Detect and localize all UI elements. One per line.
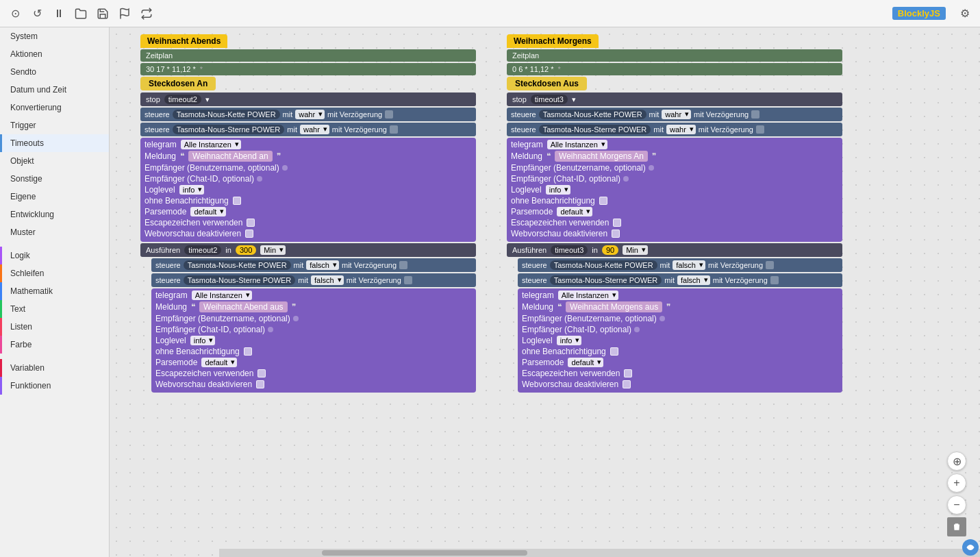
escape-checkbox-right[interactable] bbox=[613, 219, 621, 227]
alle-instanzen2-right[interactable]: Alle Instanzen bbox=[558, 290, 618, 300]
sidebar-item-logik[interactable]: Logik bbox=[0, 247, 109, 264]
sidebar-item-mathematik[interactable]: Mathematik bbox=[0, 282, 109, 300]
steuere2-right: steuere Tasmota-Nous-Sterne POWER mit wa… bbox=[507, 123, 842, 136]
sidebar-item-aktionen[interactable]: Aktionen bbox=[0, 45, 109, 63]
wahr-dropdown-r2[interactable]: wahr bbox=[666, 125, 696, 134]
alle-instanzen2-left[interactable]: Alle Instanzen bbox=[192, 290, 252, 300]
min-dropdown-right[interactable]: Min bbox=[623, 245, 648, 255]
escape2-checkbox-right[interactable] bbox=[624, 369, 632, 377]
log-dropdown-right[interactable]: info bbox=[546, 185, 571, 195]
sidebar-item-sendto[interactable]: Sendto bbox=[0, 63, 109, 81]
log-dropdown2-left[interactable]: info bbox=[190, 336, 216, 345]
alle-instanzen-right[interactable]: Alle Instanzen bbox=[547, 140, 607, 149]
sidebar-item-entwicklung[interactable]: Entwicklung bbox=[0, 206, 109, 223]
sidebar-item-text[interactable]: Text bbox=[0, 300, 109, 318]
toolbar: ⊙ ↺ ⏸ BlocklyJS ⚙ bbox=[0, 0, 980, 27]
ohne-checkbox-left[interactable] bbox=[233, 197, 241, 205]
open-icon[interactable] bbox=[73, 5, 89, 22]
sidebar-item-konvertierung[interactable]: Konvertierung bbox=[0, 99, 109, 116]
escape-checkbox-left[interactable] bbox=[247, 219, 255, 227]
steuere3-left: steuere Tasmota-Nous-Kette POWER mit fal… bbox=[151, 258, 476, 272]
sidebar: System Aktionen Sendto Datum und Zeit Ko… bbox=[0, 27, 110, 557]
telegram2-right: telegram Alle Instanzen Meldung ❝ Weihna… bbox=[518, 288, 842, 393]
block-group-right: Weihnacht Morgens Zeitplan 0 6 * 11,12 *… bbox=[507, 34, 842, 394]
webvorschau-checkbox-left[interactable] bbox=[245, 230, 253, 238]
falsch-dropdown-3[interactable]: falsch bbox=[306, 260, 339, 270]
telegram-left: telegram Alle Instanzen Meldung ❝ Weihna… bbox=[140, 138, 476, 242]
wahr-dropdown-2[interactable]: wahr bbox=[300, 125, 329, 134]
sidebar-item-objekt[interactable]: Objekt bbox=[0, 152, 109, 170]
pause-icon[interactable]: ⏸ bbox=[51, 5, 67, 22]
eye-button[interactable] bbox=[962, 539, 979, 556]
sidebar-item-trigger[interactable]: Trigger bbox=[0, 116, 109, 134]
zoom-focus-btn[interactable]: ⊕ bbox=[947, 451, 966, 471]
zeitplan-left: Zeitplan bbox=[140, 49, 476, 62]
zeitplan-right: Zeitplan bbox=[507, 49, 842, 62]
steuere4-right: steuere Tasmota-Nous-Sterne POWER mit fa… bbox=[518, 273, 842, 287]
steuere1-right: steuere Tasmota-Nous-Kette POWER mit wah… bbox=[507, 108, 842, 121]
steuere1-left: steuere Tasmota-Nous-Kette POWER mit wah… bbox=[140, 108, 476, 121]
ohne-checkbox-right[interactable] bbox=[599, 197, 607, 205]
ohne2-checkbox-left[interactable] bbox=[244, 347, 252, 356]
horizontal-scrollbar[interactable] bbox=[219, 549, 980, 557]
log-dropdown2-right[interactable]: info bbox=[557, 336, 582, 345]
title-right: Weihnacht Morgens bbox=[507, 34, 599, 48]
stop-left: stop timeout2 ▾ bbox=[140, 92, 476, 106]
escape2-checkbox-left[interactable] bbox=[257, 369, 266, 377]
inner-right: steuere Tasmota-Nous-Kette POWER mit fal… bbox=[518, 258, 842, 393]
title-left: Weihnacht Abends bbox=[140, 34, 227, 48]
min-dropdown-left[interactable]: Min bbox=[260, 245, 286, 255]
sidebar-item-farbe[interactable]: Farbe bbox=[0, 336, 109, 354]
webvorschau-checkbox-right[interactable] bbox=[612, 230, 620, 238]
stop-right: stop timeout3 ▾ bbox=[507, 92, 842, 106]
cron-left: 30 17 * 11,12 * * bbox=[140, 63, 476, 75]
webvorschau2-checkbox-right[interactable] bbox=[623, 380, 631, 388]
block-group-left: Weihnacht Abends Zeitplan 30 17 * 11,12 … bbox=[140, 34, 476, 394]
ohne2-checkbox-right[interactable] bbox=[610, 347, 618, 356]
save-icon[interactable] bbox=[95, 5, 111, 22]
telegram-right: telegram Alle Instanzen Meldung ❝ Weihna… bbox=[507, 138, 842, 242]
settings-icon[interactable]: ⚙ bbox=[957, 5, 973, 22]
sidebar-item-schleifen[interactable]: Schleifen bbox=[0, 264, 109, 282]
refresh-icon[interactable]: ↺ bbox=[29, 5, 45, 22]
delete-btn[interactable] bbox=[947, 517, 966, 536]
sidebar-item-sonstige[interactable]: Sonstige bbox=[0, 170, 109, 188]
sidebar-item-datum[interactable]: Datum und Zeit bbox=[0, 81, 109, 99]
ausfuehren-left: Ausführen timeout2 in 300 Min bbox=[140, 243, 476, 257]
flag-icon[interactable] bbox=[116, 5, 133, 22]
sidebar-item-system[interactable]: System bbox=[0, 27, 109, 45]
sidebar-item-eigene[interactable]: Eigene bbox=[0, 188, 109, 206]
parse2-dropdown-left[interactable]: default bbox=[201, 358, 237, 367]
wahr-dropdown-r1[interactable]: wahr bbox=[662, 110, 691, 119]
scrollbar-thumb[interactable] bbox=[322, 550, 527, 556]
webvorschau2-checkbox-left[interactable] bbox=[256, 380, 264, 388]
steckdosen-right: Steckdosen Aus bbox=[507, 77, 587, 90]
steckdosen-left: Steckdosen An bbox=[140, 77, 216, 90]
steuere3-right: steuere Tasmota-Nous-Kette POWER mit fal… bbox=[518, 258, 842, 272]
cron-right: 0 6 * 11,12 * * bbox=[507, 63, 842, 75]
transfer-icon[interactable] bbox=[138, 5, 155, 22]
sidebar-item-muster[interactable]: Muster bbox=[0, 223, 109, 241]
wahr-dropdown-1[interactable]: wahr bbox=[295, 110, 325, 119]
falsch-dropdown-r4[interactable]: falsch bbox=[677, 275, 710, 285]
sidebar-item-listen[interactable]: Listen bbox=[0, 318, 109, 336]
svg-point-1 bbox=[970, 547, 972, 549]
zoom-minus-btn[interactable]: − bbox=[947, 495, 966, 515]
parse2-dropdown-right[interactable]: default bbox=[568, 358, 603, 367]
zoom-plus-btn[interactable]: + bbox=[947, 473, 966, 493]
log-dropdown-left[interactable]: info bbox=[179, 185, 205, 195]
ausfuehren-right: Ausführen timeout3 in 90 Min bbox=[507, 243, 842, 257]
sidebar-item-funktionen[interactable]: Funktionen bbox=[0, 377, 109, 395]
parse-dropdown-right[interactable]: default bbox=[557, 207, 592, 216]
steuere2-left: steuere Tasmota-Nous-Sterne POWER mit wa… bbox=[140, 123, 476, 136]
falsch-dropdown-4[interactable]: falsch bbox=[311, 275, 344, 285]
sidebar-item-variablen[interactable]: Variablen bbox=[0, 359, 109, 377]
target-icon[interactable]: ⊙ bbox=[7, 5, 23, 22]
blocklyjs-badge: BlocklyJS bbox=[892, 7, 946, 20]
steuere4-left: steuere Tasmota-Nous-Sterne POWER mit fa… bbox=[151, 273, 476, 287]
alle-instanzen-left[interactable]: Alle Instanzen bbox=[181, 140, 241, 149]
falsch-dropdown-r3[interactable]: falsch bbox=[673, 260, 705, 270]
sidebar-item-timeouts[interactable]: Timeouts bbox=[0, 134, 109, 152]
parse-dropdown-left[interactable]: default bbox=[190, 207, 226, 216]
telegram2-left: telegram Alle Instanzen Meldung ❝ Weihna… bbox=[151, 288, 476, 393]
